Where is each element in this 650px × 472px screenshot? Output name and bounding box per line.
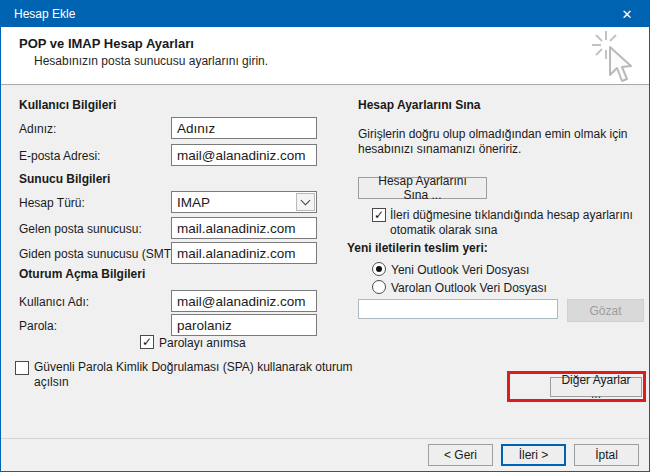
check-icon: ✓ [374, 209, 384, 221]
add-account-dialog: Hesap Ekle ✕ POP ve IMAP Hesap Ayarları … [0, 0, 650, 472]
server-info-heading: Sunucu Bilgileri [19, 172, 110, 186]
remember-password-label: Parolayı anımsa [159, 336, 246, 350]
email-label: E-posta Adresi: [19, 149, 100, 163]
next-button[interactable]: İleri > [501, 444, 566, 466]
browse-button[interactable]: Gözat [567, 299, 644, 322]
window-title: Hesap Ekle [1, 7, 75, 21]
data-file-path-input[interactable] [358, 299, 558, 319]
username-input[interactable] [171, 290, 317, 312]
outgoing-server-label: Giden posta sunucusu (SMTP): [19, 247, 186, 261]
auto-test-checkbox[interactable]: ✓ [372, 208, 386, 222]
account-type-label: Hesap Türü: [19, 196, 85, 210]
close-icon: ✕ [622, 7, 633, 22]
dialog-header: POP ve IMAP Hesap Ayarları Hesabınızın p… [1, 27, 649, 85]
page-subtitle: Hesabınızın posta sunucusu ayarlarını gi… [34, 54, 268, 68]
cancel-button[interactable]: İptal [574, 444, 639, 466]
username-label: Kullanıcı Adı: [19, 295, 89, 309]
close-button[interactable]: ✕ [605, 1, 649, 27]
name-label: Adınız: [19, 122, 56, 136]
user-info-heading: Kullanıcı Bilgileri [19, 98, 116, 112]
email-input[interactable] [171, 144, 317, 166]
back-button[interactable]: < Geri [428, 444, 493, 466]
auto-test-label: İleri düğmesine tıklandığında hesap ayar… [390, 208, 633, 238]
page-title: POP ve IMAP Hesap Ayarları [19, 36, 194, 51]
existing-data-file-label: Varolan Outlook Veri Dosyası [391, 281, 547, 295]
incoming-server-input[interactable] [171, 217, 317, 239]
spa-label: Güvenli Parola Kimlik Doğrulaması (SPA) … [34, 360, 353, 390]
new-data-file-radio[interactable] [372, 262, 386, 276]
account-type-select[interactable]: IMAP [171, 191, 317, 213]
password-input[interactable] [171, 314, 317, 336]
logon-info-heading: Oturum Açma Bilgileri [19, 267, 145, 281]
existing-data-file-radio[interactable] [372, 280, 386, 294]
remember-password-checkbox[interactable]: ✓ [140, 335, 154, 349]
incoming-server-label: Gelen posta sunucusu: [19, 222, 142, 236]
password-label: Parola: [19, 319, 57, 333]
spa-checkbox[interactable] [15, 361, 29, 375]
outgoing-server-input[interactable] [171, 242, 317, 264]
chevron-down-icon[interactable] [296, 193, 315, 211]
title-bar: Hesap Ekle ✕ [1, 1, 649, 27]
account-type-value: IMAP [172, 195, 296, 210]
delivery-heading: Yeni iletilerin teslim yeri: [347, 241, 488, 255]
check-icon: ✓ [142, 336, 152, 348]
test-account-settings-button[interactable]: Hesap Ayarlarını Sına ... [358, 177, 487, 199]
test-settings-heading: Hesap Ayarlarını Sına [358, 98, 481, 112]
new-data-file-label: Yeni Outlook Veri Dosyası [391, 263, 529, 277]
click-cursor-icon [589, 30, 637, 87]
test-settings-description: Girişlerin doğru olup olmadığından emin … [358, 127, 627, 157]
more-settings-button[interactable]: Diğer Ayarlar ... [550, 377, 642, 397]
name-input[interactable] [171, 117, 317, 139]
